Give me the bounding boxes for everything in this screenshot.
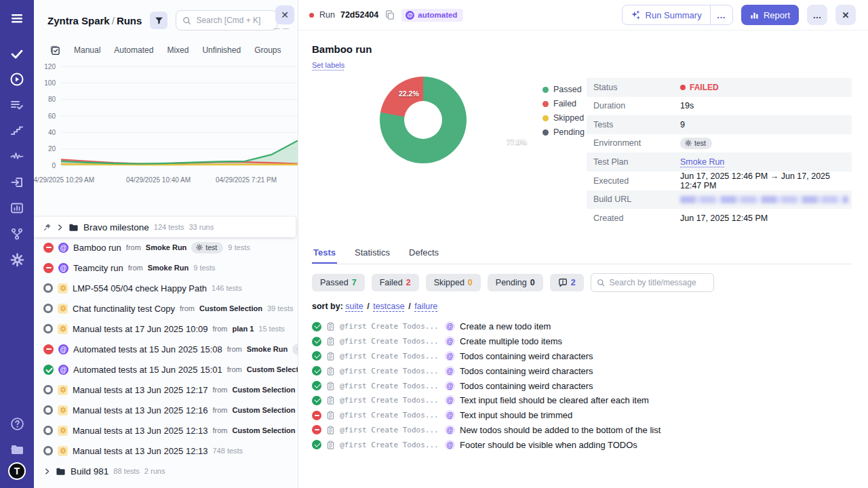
chevron-right-icon[interactable] — [56, 224, 64, 231]
test-row[interactable]: @first Create Todos...@Todos containing … — [312, 363, 852, 378]
run-row[interactable]: Manual tests at 13 Jun 2025 12:16fromCus… — [34, 400, 298, 420]
run-row[interactable]: Manual tests at 13 Jun 2025 12:13748 tes… — [34, 441, 298, 461]
tab-automated[interactable]: Automated — [114, 45, 153, 55]
run-tests-count: 39 tests — [267, 304, 294, 312]
filter-chip-skipped[interactable]: Skipped0 — [426, 274, 481, 291]
automated-badge[interactable]: @ automated — [401, 9, 463, 22]
tests-check-icon[interactable] — [0, 41, 34, 66]
test-row[interactable]: @first Create Todos...@New todos should … — [312, 423, 852, 438]
run-name: Manual tests at 13 Jun 2025 12:17 — [73, 385, 208, 395]
legend-item-pending[interactable]: Pending — [542, 127, 585, 137]
tab-unfinished[interactable]: Unfinished — [202, 45, 241, 55]
manual-run-icon — [58, 446, 68, 456]
failed-status-icon — [312, 425, 321, 434]
reports-chart-icon[interactable] — [0, 195, 34, 221]
test-row[interactable]: @first Create Todos...@Todos containing … — [312, 349, 852, 364]
select-runs-icon[interactable] — [50, 45, 60, 56]
copy-run-id-button[interactable] — [384, 9, 396, 21]
test-suite-path: @first Create Todos... — [340, 322, 440, 331]
run-row[interactable]: @Automated tests at 15 Jun 2025 15:01fro… — [34, 359, 298, 380]
filter-chip-comments[interactable]: 2 — [550, 274, 584, 291]
sparkles-icon — [631, 10, 641, 20]
tab-statistics[interactable]: Statistics — [353, 247, 391, 264]
branch-icon[interactable] — [0, 221, 34, 247]
test-plan-link[interactable]: Smoke Run — [680, 157, 724, 167]
runs-search-input[interactable] — [196, 16, 271, 25]
y-tick-label: 60 — [48, 113, 56, 120]
legend-item-passed[interactable]: Passed — [542, 85, 585, 94]
panel-close-button[interactable]: ✕ — [275, 5, 294, 24]
gear-icon — [196, 244, 203, 251]
run-row[interactable]: LMP-554 05/04 check Happy Path146 tests — [34, 278, 298, 298]
tab-manual[interactable]: Manual — [74, 45, 100, 55]
run-plan-name: Smoke Run — [148, 264, 189, 272]
test-row[interactable]: @first Create Todos...@Footer should be … — [312, 437, 852, 452]
run-row[interactable]: Chat functinality test CopyfromCustom Se… — [34, 298, 298, 319]
chevron-right-icon[interactable] — [43, 468, 51, 475]
set-labels-link[interactable]: Set labels — [312, 61, 344, 69]
test-row[interactable]: @first Create Todos...@Create a new todo… — [312, 319, 852, 334]
run-summary-more-button[interactable]: … — [710, 5, 732, 24]
run-summary-label: Run Summary — [646, 10, 702, 20]
filter-button[interactable] — [150, 12, 167, 29]
app-logo[interactable]: T — [8, 462, 26, 480]
tab-tests[interactable]: Tests — [312, 247, 337, 264]
milestones-steps-icon[interactable] — [0, 118, 34, 144]
neutral-status-icon — [43, 283, 53, 293]
runs-panel-header: Zyntra Spark/Runs ✕ — — — [34, 0, 298, 41]
runs-group-row[interactable]: Build 98188 tests2 runs — [34, 461, 298, 481]
run-row[interactable]: Manual tests at 17 Jun 2025 10:09frompla… — [34, 319, 298, 339]
panel-resize-handle[interactable]: — — — [273, 25, 290, 32]
more-actions-button[interactable]: … — [807, 5, 827, 25]
legend-dot — [542, 87, 549, 93]
run-summary-button[interactable]: Run Summary — [623, 5, 710, 24]
menu-icon[interactable] — [0, 5, 34, 31]
sort-separator: / — [407, 302, 412, 311]
run-from-label: from — [212, 426, 227, 434]
filter-chip-failed[interactable]: Failed2 — [372, 274, 419, 291]
page-title: Runs — [117, 15, 142, 26]
runs-search[interactable] — [176, 10, 277, 30]
run-row[interactable]: Manual tests at 13 Jun 2025 12:13fromCus… — [34, 420, 298, 441]
passed-status-icon — [312, 322, 321, 331]
test-suite-path: @first Create Todos... — [340, 441, 440, 449]
filter-chip-passed[interactable]: Passed7 — [312, 274, 365, 291]
close-run-button[interactable]: ✕ — [835, 5, 856, 25]
tab-mixed[interactable]: Mixed — [167, 45, 189, 55]
test-row[interactable]: @first Create Todos...@Text input should… — [312, 408, 852, 423]
build-url-redacted[interactable] — [680, 196, 848, 203]
runs-play-icon[interactable] — [0, 66, 34, 92]
filter-chip-pending[interactable]: Pending0 — [488, 274, 543, 291]
sort-by-suite[interactable]: suite — [345, 302, 363, 311]
report-button[interactable]: Report — [741, 5, 799, 25]
group-runs-count: 33 runs — [189, 223, 214, 231]
tab-groups[interactable]: Groups — [254, 45, 281, 55]
test-row[interactable]: @first Create Todos...@Text input field … — [312, 393, 852, 408]
legend-item-failed[interactable]: Failed — [542, 99, 585, 108]
clipboard-icon — [326, 322, 335, 331]
tests-search-input[interactable] — [610, 278, 708, 287]
run-row[interactable]: @Automated tests at 15 Jun 2025 15:08fro… — [34, 339, 298, 359]
runs-group-row[interactable]: Bravo milestone124 tests33 runs — [34, 217, 296, 237]
projects-folder-icon[interactable] — [0, 436, 34, 462]
legend-item-skipped[interactable]: Skipped — [542, 113, 585, 123]
run-row[interactable]: @Teamcity runfromSmoke Run9 tests — [34, 258, 298, 278]
activity-pulse-icon[interactable] — [0, 144, 34, 169]
tab-defects[interactable]: Defects — [408, 247, 440, 264]
run-row[interactable]: Manual tests at 13 Jun 2025 12:17fromCus… — [34, 380, 298, 400]
test-row[interactable]: @first Create Todos...@Create multiple t… — [312, 334, 852, 349]
import-icon[interactable] — [0, 169, 34, 195]
failed-status-icon — [312, 411, 321, 420]
sort-by-failure[interactable]: failure — [414, 302, 437, 311]
test-row[interactable]: @first Create Todos...@Todos containing … — [312, 378, 852, 393]
clipboard-icon — [326, 367, 335, 375]
tests-search[interactable] — [591, 273, 714, 292]
help-icon[interactable] — [0, 411, 34, 436]
sort-by-testcase[interactable]: testcase — [373, 302, 405, 311]
settings-gear-icon[interactable] — [0, 247, 34, 272]
chip-label: Skipped — [434, 278, 465, 287]
legend-label: Pending — [553, 127, 585, 137]
run-row[interactable]: @Bamboo runfromSmoke Runtest9 tests — [34, 237, 298, 258]
plans-list-icon[interactable] — [0, 92, 34, 118]
trend-area-chart: 120100806040200 — [34, 62, 298, 172]
